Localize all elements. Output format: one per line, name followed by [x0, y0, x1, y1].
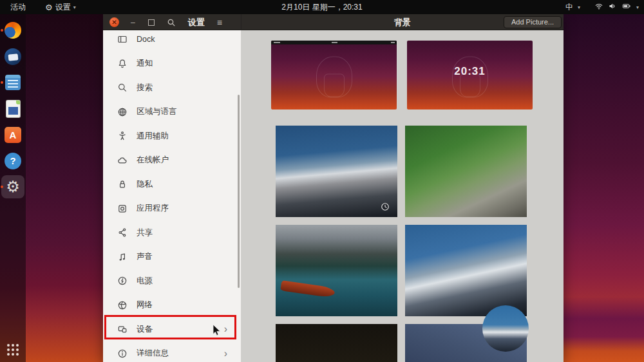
system-tray[interactable]: 中 ▾ ▾: [565, 0, 639, 14]
settings-icon: ⚙: [6, 179, 20, 195]
sidebar-item-search[interactable]: 搜索: [103, 75, 242, 100]
wifi-icon: [594, 2, 603, 12]
sidebar-item-label: 电源: [137, 276, 153, 287]
ubuntu-software-icon: A: [5, 127, 21, 143]
firefox-icon: [5, 22, 21, 39]
headerbar-left: ✕ – 设置 ≡: [103, 14, 242, 30]
sidebar-item-label: 隐私: [137, 179, 153, 190]
sidebar-item-privacy[interactable]: 隐私: [103, 172, 242, 196]
sidebar-item-network[interactable]: 网络: [103, 293, 242, 318]
search-icon[interactable]: [167, 18, 176, 27]
wallpaper-thumbnail-snowy-mountains[interactable]: [276, 126, 397, 217]
dock-icon: [117, 34, 128, 44]
accessibility-icon: [117, 131, 128, 141]
sidebar-item-dock[interactable]: Dock: [103, 30, 242, 52]
network-icon: [117, 300, 128, 310]
maximize-button[interactable]: [148, 19, 155, 26]
dock-item-ubuntu-software[interactable]: A: [3, 124, 23, 145]
hamburger-menu-icon[interactable]: ≡: [217, 18, 222, 27]
dock-item-firefox[interactable]: [3, 20, 23, 41]
mouse-cursor: [213, 324, 222, 336]
sidebar-item-region-language[interactable]: 区域与语言: [103, 100, 242, 124]
running-indicator-dot: [1, 29, 3, 32]
power-icon: [117, 276, 128, 286]
sidebar-item-notifications[interactable]: 通知: [103, 52, 242, 76]
sidebar-item-sharing[interactable]: 共享: [103, 220, 242, 245]
desktop: 活动 ⚙ 设置 ▾ 2月10日 星期一，20:31 中 ▾ ▾ A?⚙ ✕ –: [0, 0, 644, 362]
sidebar-item-label: 共享: [137, 227, 153, 238]
dock-item-settings[interactable]: ⚙: [3, 176, 23, 197]
dock: A?⚙: [0, 14, 26, 362]
sidebar-item-label: 应用程序: [137, 203, 169, 214]
share-icon: [117, 227, 128, 238]
sidebar-item-label: Dock: [137, 35, 155, 44]
minimize-button[interactable]: –: [131, 18, 135, 27]
wallpaper-circle-artifact: [482, 305, 529, 352]
globe-icon: [117, 107, 128, 117]
window-headerbar: ✕ – 设置 ≡ 背景 Add Picture...: [103, 14, 564, 30]
boat-shape: [280, 280, 335, 298]
wallpaper-thumbnail-lake-boat[interactable]: [276, 225, 397, 316]
sidebar-item-label: 搜索: [137, 82, 153, 93]
sidebar-item-online-accounts[interactable]: 在线帐户: [103, 148, 242, 173]
sidebar-item-details[interactable]: 详细信息›: [103, 341, 242, 362]
bell-icon: [117, 59, 128, 69]
sidebar-item-label: 声音: [137, 251, 153, 262]
lock-screen-preview[interactable]: 20:31: [407, 41, 533, 110]
mini-top-bar: [271, 41, 397, 44]
libreoffice-writer-icon: [6, 100, 20, 117]
sidebar-item-label: 网络: [137, 300, 153, 310]
settings-sidebar: Dock通知搜索区域与语言通用辅助在线帐户隐私应用程序共享声音电源网络设备›详细…: [103, 30, 242, 362]
lock-icon: [117, 179, 128, 189]
sidebar-item-sound[interactable]: 声音: [103, 245, 242, 269]
timed-wallpaper-clock-icon: [381, 202, 390, 211]
sidebar-item-power[interactable]: 电源: [103, 269, 242, 293]
sidebar-item-applications[interactable]: 应用程序: [103, 196, 242, 221]
dock-item-help[interactable]: ?: [3, 151, 23, 171]
wallpaper-thumbnail-dark-rocks[interactable]: [276, 324, 397, 362]
wallpaper-outline-art: [316, 56, 352, 97]
wallpaper-thumbnail-tree-walkway[interactable]: [405, 126, 527, 217]
dock-item-thunderbird[interactable]: [3, 46, 23, 67]
chevron-down-icon: ▾: [636, 5, 639, 10]
dock-item-libreoffice-writer[interactable]: [3, 99, 23, 119]
info-icon: [117, 348, 128, 359]
sidebar-item-label: 详细信息: [137, 348, 169, 359]
sidebar-item-label: 区域与语言: [137, 106, 177, 117]
battery-icon: [621, 2, 632, 12]
show-applications-button[interactable]: [6, 343, 20, 357]
sidebar-item-label: 通知: [137, 58, 153, 69]
cloud-icon: [117, 155, 128, 166]
lock-screen-time: 20:31: [407, 65, 533, 78]
wallpaper-thumbnail-mountain-peak[interactable]: [405, 225, 527, 316]
settings-window: ✕ – 设置 ≡ 背景 Add Picture... Dock通知搜索区域与语言…: [103, 14, 564, 362]
running-indicator-dot: [1, 81, 3, 84]
music-note-icon: [117, 252, 128, 262]
sidebar-item-label: 通用辅助: [137, 131, 169, 142]
running-indicator-dot: [1, 186, 3, 188]
chevron-down-icon: ▾: [578, 5, 580, 10]
top-bar: 活动 ⚙ 设置 ▾ 2月10日 星期一，20:31 中 ▾ ▾: [0, 0, 644, 14]
dock-item-files[interactable]: [3, 72, 23, 93]
clock-menu-button[interactable]: 2月10日 星期一，20:31: [0, 2, 644, 13]
desktop-preview[interactable]: [271, 41, 397, 110]
applications-icon: [117, 204, 128, 214]
chevron-right-icon: ›: [224, 348, 227, 359]
sidebar-item-universal-access[interactable]: 通用辅助: [103, 124, 242, 148]
sidebar-item-label: 在线帐户: [137, 155, 169, 166]
search-icon: [117, 82, 128, 93]
add-picture-button[interactable]: Add Picture...: [504, 16, 562, 28]
files-icon: [5, 75, 21, 90]
input-method-indicator: 中: [565, 2, 573, 13]
thunderbird-icon: [5, 48, 21, 65]
window-title: 设置: [188, 17, 205, 28]
help-icon: ?: [5, 153, 21, 169]
volume-icon: [608, 2, 617, 12]
close-button[interactable]: ✕: [109, 17, 119, 27]
